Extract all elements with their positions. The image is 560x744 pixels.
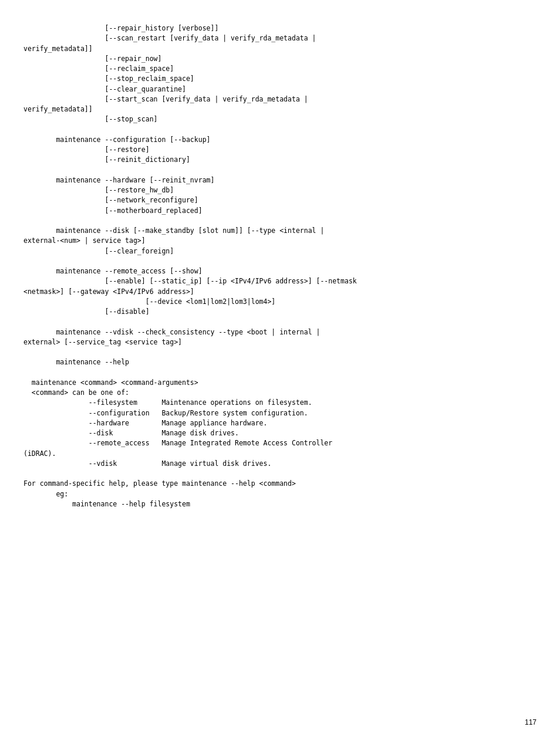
page-container: [--repair_history [verbose]] [--scan_res… [0,0,560,744]
page-number: 117 [525,718,537,726]
main-content: [--repair_history [verbose]] [--scan_res… [23,23,537,509]
